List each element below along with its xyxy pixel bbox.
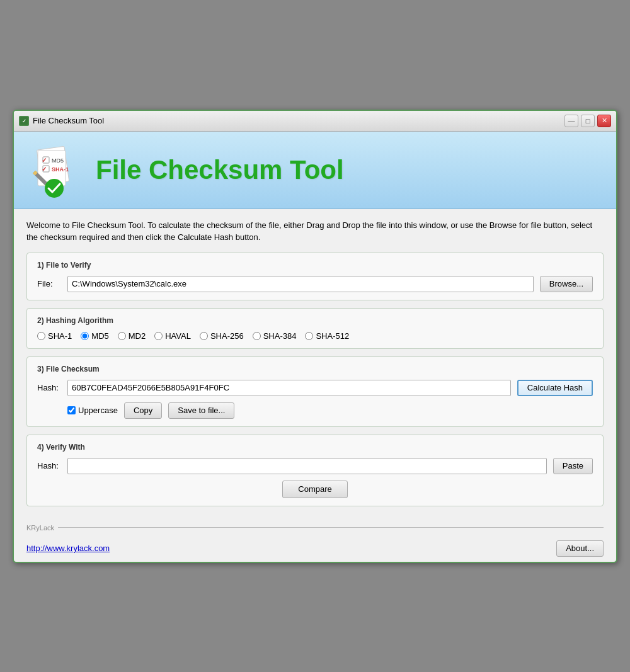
verify-hash-input[interactable] (67, 458, 547, 474)
uppercase-checkbox[interactable] (67, 406, 76, 414)
radio-sha1-label: SHA-1 (48, 331, 72, 341)
main-content: Welcome to File Checksum Tool. To calcul… (14, 209, 616, 524)
save-to-file-button[interactable]: Save to file... (168, 402, 234, 419)
radio-sha384-input[interactable] (253, 332, 261, 340)
compare-button[interactable]: Compare (282, 481, 347, 498)
section4-title: 4) Verify With (37, 443, 593, 452)
main-window: ✓ File Checksum Tool — □ ✕ ✓ MD5 (13, 110, 617, 563)
radio-haval-label: HAVAL (165, 331, 191, 341)
file-row: File: Browse... (37, 276, 593, 292)
banner: ✓ MD5 ✓ SHA-1 File Checksum Tool (14, 132, 616, 209)
titlebar-left: ✓ File Checksum Tool (19, 116, 104, 126)
website-link[interactable]: http://www.krylack.com (26, 544, 110, 553)
banner-title: File Checksum Tool (96, 155, 344, 185)
radio-sha256-input[interactable] (200, 332, 208, 340)
minimize-button[interactable]: — (564, 115, 578, 127)
section-algorithm: 2) Hashing Algorithm SHA-1 MD5 MD2 HAVAL (26, 308, 604, 349)
section-checksum: 3) File Checksum Hash: Calculate Hash Up… (26, 356, 604, 427)
section1-title: 1) File to Verify (37, 261, 593, 270)
file-input[interactable] (67, 276, 534, 292)
svg-text:✓: ✓ (42, 157, 47, 164)
radio-sha256[interactable]: SHA-256 (200, 331, 244, 341)
brand-label: KRyLack (26, 524, 54, 532)
section3-title: 3) File Checksum (37, 365, 593, 373)
radio-sha1[interactable]: SHA-1 (37, 331, 72, 341)
algorithm-group: SHA-1 MD5 MD2 HAVAL SHA-256 (37, 331, 593, 341)
section-verify-with: 4) Verify With Hash: Paste Compare (26, 435, 604, 506)
radio-md5-input[interactable] (81, 332, 89, 340)
footer-left: http://www.krylack.com (26, 544, 110, 553)
radio-sha512[interactable]: SHA-512 (305, 331, 349, 341)
radio-md5[interactable]: MD5 (81, 331, 108, 341)
copy-button[interactable]: Copy (124, 402, 162, 419)
footer: http://www.krylack.com About... (14, 535, 616, 562)
window-title: File Checksum Tool (33, 116, 104, 125)
radio-sha256-label: SHA-256 (210, 331, 244, 341)
radio-sha1-input[interactable] (37, 332, 45, 340)
verify-hash-label: Hash: (37, 461, 61, 470)
svg-text:MD5: MD5 (52, 157, 64, 164)
radio-sha384-label: SHA-384 (263, 331, 297, 341)
section-file-verify: 1) File to Verify File: Browse... (26, 253, 604, 300)
radio-sha512-label: SHA-512 (316, 331, 349, 341)
welcome-text: Welcome to File Checksum Tool. To calcul… (26, 219, 604, 244)
radio-sha512-input[interactable] (305, 332, 313, 340)
radio-md2-input[interactable] (118, 332, 126, 340)
radio-md5-label: MD5 (91, 331, 108, 341)
radio-sha384[interactable]: SHA-384 (253, 331, 297, 341)
close-button[interactable]: ✕ (597, 115, 611, 127)
hash-row: Hash: Calculate Hash (37, 380, 593, 396)
compare-row: Compare (37, 481, 593, 498)
calculate-hash-button[interactable]: Calculate Hash (517, 380, 593, 396)
about-button[interactable]: About... (556, 540, 604, 557)
checksum-actions: Uppercase Copy Save to file... (67, 402, 593, 419)
uppercase-label: Uppercase (78, 406, 118, 415)
radio-haval-input[interactable] (154, 332, 163, 340)
uppercase-checkbox-label[interactable]: Uppercase (67, 406, 118, 415)
maximize-button[interactable]: □ (581, 115, 595, 127)
radio-md2[interactable]: MD2 (118, 331, 146, 341)
svg-text:SHA-1: SHA-1 (52, 166, 69, 173)
browse-button[interactable]: Browse... (540, 276, 593, 292)
verify-hash-row: Hash: Paste (37, 458, 593, 474)
paste-button[interactable]: Paste (553, 458, 593, 474)
hash-output[interactable] (67, 380, 511, 396)
titlebar: ✓ File Checksum Tool — □ ✕ (14, 111, 616, 132)
footer-separator-row: KRyLack (14, 524, 616, 532)
file-label: File: (37, 279, 61, 288)
app-icon: ✓ (19, 116, 29, 126)
titlebar-controls: — □ ✕ (564, 115, 611, 127)
svg-text:✓: ✓ (42, 166, 47, 173)
radio-haval[interactable]: HAVAL (154, 331, 191, 341)
svg-text:✓: ✓ (22, 118, 26, 124)
radio-md2-label: MD2 (129, 331, 146, 341)
separator-line (58, 527, 604, 528)
app-logo: ✓ MD5 ✓ SHA-1 (26, 142, 83, 198)
section2-title: 2) Hashing Algorithm (37, 316, 593, 325)
hash-label: Hash: (37, 383, 61, 392)
